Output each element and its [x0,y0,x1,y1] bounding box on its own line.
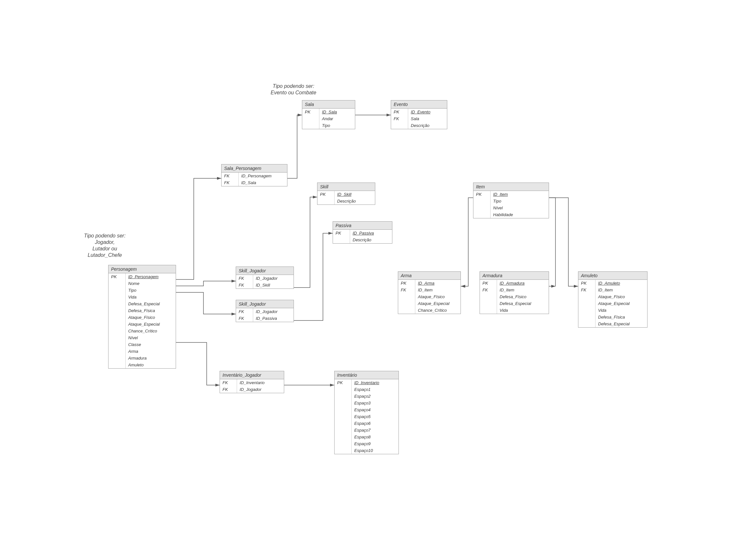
keys-column: PK [109,273,126,368]
keys-column: PK [302,109,319,129]
key-cell: FK [236,282,253,289]
key-cell: FK [398,287,415,293]
field-cell: ID_Passiva [253,315,280,322]
keys-column: PK [317,191,335,205]
key-cell: PK [398,280,415,287]
field-cell: Descrição [408,122,433,129]
field-cell: Tipo [126,287,162,294]
field-cell: ID_Armadura [497,280,534,287]
field-cell: Defesa_Física [126,307,162,314]
entity-title: Personagem [109,265,176,273]
key-cell [579,301,595,303]
key-cell: FK [220,379,237,386]
field-cell: ID_Item [596,287,632,293]
field-cell: Espaço1 [352,386,382,393]
entity-title: Arma [398,272,461,280]
entity-title: Inventário_Jogador [220,371,284,379]
entity-title: Skill [317,183,375,191]
field-cell: Amuleto [126,361,162,368]
key-cell: FK [391,115,408,122]
keys-column: PKFK [579,280,596,327]
fields-column: ID_InventarioID_Jogador [237,379,267,393]
keys-column: PK [335,379,352,454]
entity-personagem: Personagem PKID_PersonagemNomeTipoVidaDe… [108,265,176,369]
key-cell [335,404,351,406]
entity-title: Passiva [333,222,392,230]
field-cell: ID_Inventario [352,379,382,386]
field-cell: ID_Amuleto [596,280,632,287]
fields-column: ID_ItemTipoNívelHabilidade [491,191,515,218]
entity-evento: Evento PKFKID_EventoSalaDescrição [391,100,447,129]
key-cell: FK [220,386,237,393]
field-cell: Classe [126,341,162,348]
field-cell: Descrição [335,198,359,205]
entity-title: Skill_Jogador [236,267,294,275]
key-cell: PK [579,280,595,287]
field-cell: Tipo [319,122,339,129]
key-cell: FK [579,287,595,293]
key-cell: FK [222,179,238,186]
fields-column: ID_ArmaID_ItemAtaque_FísicoAtaque_Especi… [415,280,452,314]
key-cell: PK [480,280,497,287]
entity-title: Armadura [480,272,549,280]
key-cell [302,117,319,119]
key-cell: FK [236,308,253,315]
entity-sala-personagem: Sala_Personagem FKFKID_PersonagemID_Sala [221,164,287,186]
field-cell: Ataque_Físico [415,293,452,300]
field-cell: Espaço10 [352,447,382,454]
fields-column: ID_PersonagemNomeTipoVidaDefesa_Especial… [126,273,162,368]
key-cell: PK [335,379,351,386]
entity-title: Amuleto [579,272,647,280]
field-cell: Ataque_Especial [415,300,452,307]
field-cell: Espaço9 [352,440,382,447]
field-cell: Descrição [350,237,377,243]
field-cell: ID_Item [491,191,515,198]
key-cell [109,303,125,305]
field-cell: ID_Skill [253,282,280,289]
fields-column: ID_PersonagemID_Sala [239,173,274,186]
field-cell: Chance_Crítico [415,307,452,314]
field-cell: Vida [497,307,534,314]
field-cell: Chance_Crítico [126,327,162,334]
keys-column: PKFK [480,280,497,314]
field-cell: ID_Sala [239,179,274,186]
entity-arma: Arma PKFKID_ArmaID_ItemAtaque_FísicoAtaq… [398,271,461,314]
fields-column: ID_JogadorID_Passiva [253,308,280,322]
key-cell: PK [109,273,125,280]
field-cell: ID_Jogador [237,386,267,393]
entity-sala: Sala PKID_SalaAndarTipo [302,100,355,129]
field-cell: ID_Sala [319,109,339,115]
keys-column: PK [473,191,491,218]
key-cell [391,122,408,124]
keys-column: PK [333,230,350,243]
fields-column: ID_InventarioEspaço1Espaço2Espaço3Espaço… [352,379,382,454]
key-cell: PK [473,191,490,198]
field-cell: ID_Passiva [350,230,377,237]
entity-skill-jogador: Skill_Jogador FKFKID_JogadorID_Skill [236,267,294,289]
field-cell: Nível [126,334,162,341]
entity-item: Item PKID_ItemTipoNívelHabilidade [473,183,549,218]
field-cell: Espaço4 [352,407,382,413]
field-cell: Vida [126,294,162,300]
entity-armadura: Armadura PKFKID_ArmaduraID_ItemDefesa_Fí… [479,271,549,314]
field-cell: Ataque_Físico [126,314,162,321]
keys-column: FKFK [222,173,239,186]
field-cell: Defesa_Físico [497,293,534,300]
field-cell: ID_Jogador [253,308,280,315]
keys-column: FKFK [220,379,237,393]
field-cell: ID_Item [415,287,452,293]
field-cell: Nome [126,280,162,287]
key-cell: PK [302,109,319,115]
field-cell: Defesa_Especial [497,300,534,307]
field-cell: Defesa_Especial [596,321,632,327]
field-cell: Espaço7 [352,427,382,434]
fields-column: ID_JogadorID_Skill [253,275,280,289]
entity-title: Evento [391,100,447,109]
field-cell: Tipo [491,198,515,205]
key-cell [473,202,490,204]
entity-title: Sala_Personagem [222,164,287,173]
field-cell: Arma [126,348,162,355]
entity-amuleto: Amuleto PKFKID_AmuletoID_ItemAtaque_Físi… [578,271,647,327]
key-cell [480,297,497,299]
field-cell: Espaço5 [352,413,382,420]
